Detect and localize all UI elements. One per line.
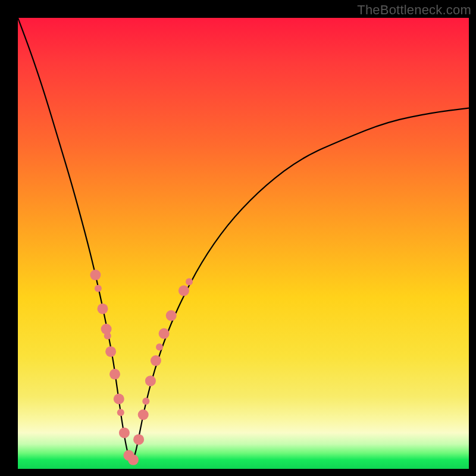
sample-point	[151, 355, 161, 366]
sample-point	[159, 328, 170, 339]
chart-frame: TheBottleneck.com	[0, 0, 476, 476]
sample-point	[117, 409, 124, 416]
sample-point	[109, 369, 120, 380]
sample-point	[142, 397, 149, 405]
sample-point	[166, 310, 177, 321]
sample-points-group	[90, 270, 193, 465]
bottleneck-svg	[18, 18, 469, 469]
sample-point	[138, 409, 149, 420]
sample-point	[119, 427, 130, 438]
plot-area	[18, 18, 469, 469]
sample-point	[133, 434, 144, 445]
sample-point	[178, 286, 189, 296]
sample-point	[104, 332, 111, 339]
sample-point	[90, 270, 101, 280]
sample-point	[145, 375, 156, 386]
sample-point	[98, 303, 108, 314]
sample-point	[128, 455, 139, 465]
sample-point	[156, 343, 163, 350]
sample-point	[95, 285, 102, 292]
sample-point	[186, 278, 193, 285]
watermark-text: TheBottleneck.com	[357, 2, 471, 18]
sample-point	[114, 394, 124, 405]
sample-point	[105, 346, 116, 357]
bottleneck-curve	[18, 18, 469, 461]
